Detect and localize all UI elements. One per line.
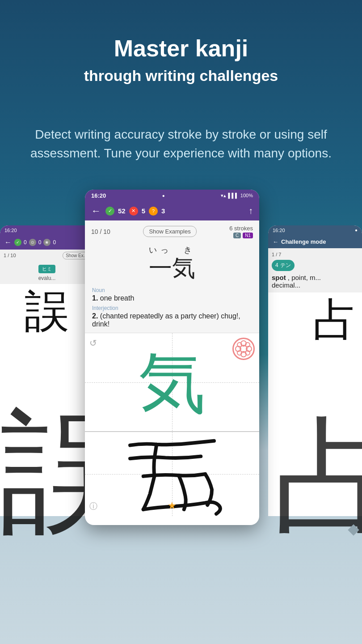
left-stat-count2: 0: [53, 239, 56, 246]
right-status-dot: ●: [355, 228, 358, 233]
right-toolbar-title: Challenge mode: [281, 238, 326, 245]
pos-noun-label: Noun: [92, 287, 252, 293]
center-menu-icon[interactable]: ↑: [248, 206, 253, 216]
right-word-line2: decimal...: [272, 281, 300, 289]
strokes-count: 6 strokes: [229, 225, 253, 232]
stat-check-count: 52: [118, 207, 126, 215]
left-back-icon[interactable]: ←: [4, 238, 12, 246]
diamond-container: [349, 526, 358, 534]
flower-icon: [232, 338, 255, 360]
drawing-grid-top[interactable]: ↺ 気: [85, 333, 259, 431]
def2-text: (chanted repeatedly as a party cheer) ch…: [92, 312, 240, 328]
center-status-icons: ▾▴ ▌▌▌ 100%: [221, 193, 253, 199]
badge-c: C: [233, 233, 241, 238]
right-back-icon[interactable]: ←: [273, 238, 278, 245]
center-back-icon[interactable]: ←: [91, 205, 101, 217]
title-line2: through writing challenges: [84, 67, 278, 84]
center-status-time: 16:20: [91, 192, 106, 199]
definition-2: 2. (chanted repeatedly as a party cheer)…: [92, 312, 252, 328]
center-toolbar: ← ✓ 52 ✕ 5 ? 3 ↑: [85, 202, 259, 220]
left-eval-text: evalu...: [0, 275, 94, 281]
pos-interj-label: Interjection: [92, 305, 252, 311]
right-toolbar: ← Challenge mode: [268, 235, 362, 248]
title-line1: Master kanji: [114, 35, 248, 61]
stat-q-icon: ?: [149, 207, 158, 216]
kanji-display: いっ き 一気: [85, 241, 259, 283]
left-stats: ✓ 0 ⊙ 0 ❀ 0: [14, 239, 89, 246]
description-text: Detect writing accuracy stroke by stroke…: [0, 103, 362, 181]
phone-center: 16:20 ● ▾▴ ▌▌▌ 100% ← ✓ 52 ✕ 5 ? 3 ↑ 10 …: [85, 190, 259, 525]
def1-num: 1.: [92, 294, 98, 302]
right-badge-number: 4: [275, 262, 278, 268]
right-badge: 4 テン: [272, 260, 295, 271]
signal-icon: ▌▌▌: [228, 193, 238, 198]
drawn-kanji-top: 気: [139, 349, 206, 416]
left-stat-count1: 0: [38, 239, 42, 246]
main-title: Master kanji: [27, 36, 335, 61]
def1-text: one breath: [100, 294, 135, 302]
info-icon[interactable]: ⓘ: [89, 501, 97, 512]
right-word-post: , point, m...: [288, 274, 321, 281]
right-word-bold: spot: [272, 274, 286, 281]
badge-n1: N1: [243, 233, 253, 238]
left-kanji-area: ヒミ evalu...: [0, 262, 94, 284]
def2-num: 2.: [92, 312, 98, 320]
left-stat-icon2: ❀: [43, 239, 51, 246]
right-status-bar: 16:20 ●: [268, 225, 362, 235]
right-word-definition: spot , point, m... decimal...: [272, 274, 358, 289]
center-card-area: 10 / 10 Show Examples 6 strokes C N1: [85, 220, 259, 241]
left-progress: 1 / 10: [4, 253, 16, 258]
star-icon[interactable]: ★: [168, 500, 177, 512]
strokes-badges: C N1: [229, 233, 253, 238]
left-stat-check: ✓: [14, 239, 21, 246]
center-toolbar-stats: ✓ 52 ✕ 5 ? 3: [105, 207, 244, 216]
battery-text: 100%: [240, 193, 253, 198]
right-content: 1 / 7 4 テン spot , point, m... decimal...: [268, 248, 362, 292]
right-badge-text: テン: [280, 262, 291, 269]
refresh-icon[interactable]: ↺: [89, 338, 97, 348]
left-big-kanji: 誤: [0, 284, 94, 338]
diamond-icon: [348, 524, 359, 535]
kanji-character: 一気: [85, 255, 259, 281]
stat-q-count: 3: [161, 207, 165, 215]
right-status-time: 16:20: [273, 228, 285, 233]
right-big-kanji: 占: [268, 292, 362, 342]
drawing-grid-bottom[interactable]: ⓘ ★: [85, 431, 259, 516]
left-card-bar: 1 / 10 Show Ex...: [0, 250, 94, 262]
left-tag: ヒミ: [38, 265, 55, 273]
sub-title: through writing challenges: [27, 67, 335, 85]
center-progress: 10 / 10: [91, 228, 110, 235]
bg-kanji-right: 占: [273, 413, 362, 538]
left-stat-icon1: ⊙: [29, 239, 36, 246]
left-stat-check-count: 0: [24, 239, 27, 246]
strokes-info-block: 6 strokes C N1: [229, 225, 253, 238]
definition-1: 1. one breath: [92, 294, 252, 302]
center-status-dot: ●: [162, 193, 165, 198]
description-body: Detect writing accuracy stroke by stroke…: [30, 127, 332, 160]
definition-area: Noun 1. one breath Interjection 2. (chan…: [85, 283, 259, 333]
right-progress: 1 / 7: [272, 252, 358, 257]
left-toolbar: ← ✓ 0 ⊙ 0 ❀ 0: [0, 235, 94, 250]
left-status-bar: 16:20 ●: [0, 225, 94, 235]
stat-x-count: 5: [142, 207, 145, 215]
left-status-time: 16:20: [4, 228, 17, 233]
center-status-bar: 16:20 ● ▾▴ ▌▌▌ 100%: [85, 190, 259, 202]
bg-kanji-left: 誤: [0, 404, 89, 538]
kanji-reading: いっ き: [85, 245, 259, 255]
stat-check-icon: ✓: [105, 207, 114, 216]
header-section: Master kanji through writing challenges: [0, 0, 362, 103]
stat-x-icon: ✕: [129, 207, 138, 216]
show-examples-button[interactable]: Show Examples: [143, 226, 196, 237]
phones-container: 16:20 ● ← ✓ 0 ⊙ 0 ❀ 0 1 / 10 Show Ex...: [0, 190, 362, 538]
wifi-icon: ▾▴: [221, 193, 226, 199]
